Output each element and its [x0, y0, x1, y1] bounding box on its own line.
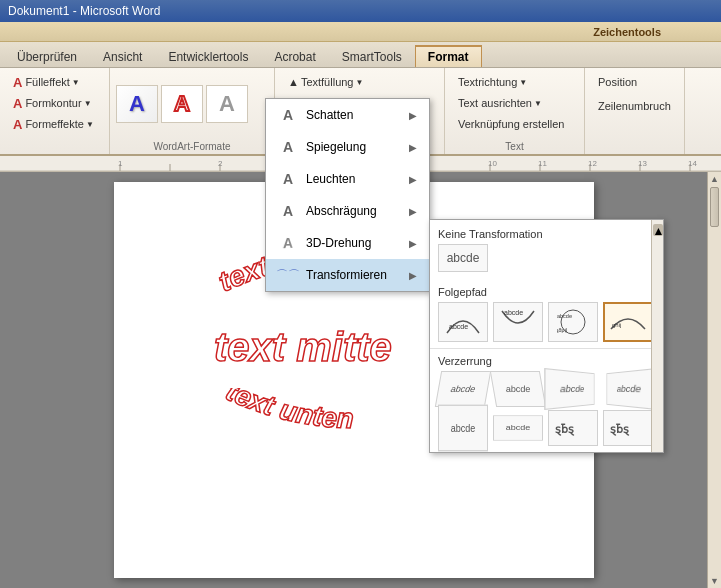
transform-sym2[interactable]: ȿƀȿ [603, 410, 653, 446]
svg-text:ghij: ghij [612, 322, 621, 328]
verzerrung-label: Verzerrung [438, 355, 655, 367]
zeichentools-strip: Zeichentools [0, 22, 721, 42]
title-bar-text: Dokument1 - Microsoft Word [8, 4, 161, 18]
svg-text:11: 11 [538, 159, 547, 168]
btn-text-ausrichten[interactable]: Text ausrichten ▼ [451, 93, 549, 113]
svg-text:ȿƀȿ: ȿƀȿ [610, 423, 630, 436]
svg-text:1: 1 [118, 159, 123, 168]
btn-textfuellung[interactable]: ▲ Textfüllung ▼ [281, 72, 370, 92]
app-window: Dokument1 - Microsoft Word Zeichentools … [0, 0, 721, 588]
tab-ansicht[interactable]: Ansicht [90, 45, 155, 67]
svg-text:abcde: abcde [557, 313, 572, 319]
scrollbar-up-arrow[interactable]: ▲ [653, 224, 663, 236]
transform-slant2[interactable]: abcde [490, 371, 546, 407]
no-transform-label: Keine Transformation [438, 228, 655, 240]
svg-text:text mitte: text mitte [214, 325, 392, 369]
svg-text:13: 13 [638, 159, 647, 168]
transform-arc-selected[interactable]: ghij [603, 302, 653, 342]
dropdown-item-transformieren[interactable]: ⌒⌒ Transformieren ▶ [266, 259, 429, 291]
text-section-label: Text [445, 141, 584, 152]
transform-sym1[interactable]: ȿƀȿ [548, 410, 598, 446]
ribbon-tabs: Überprüfen Ansicht Entwicklertools Acrob… [0, 42, 721, 68]
svg-text:abcde: abcde [449, 323, 468, 330]
btn-zeilenumbruch[interactable]: Zeilenumbruch [591, 96, 678, 116]
btn-position[interactable]: Position [591, 72, 644, 92]
transform-slant1[interactable]: abcde [435, 371, 491, 407]
svg-text:2: 2 [218, 159, 223, 168]
ribbon-group-wordart: A A A WordArt-Formate [110, 68, 275, 154]
svg-text:10: 10 [488, 159, 497, 168]
wordart-sample-2[interactable]: A [161, 85, 203, 123]
ribbon-group-texteffekte: ▲ Textfüllung ▼ A Textkontur ▼ A Texteff… [275, 68, 445, 154]
btn-formeffekte[interactable]: A Formeffekte ▼ [6, 114, 101, 134]
svg-text:abcde: abcde [504, 309, 523, 316]
verzerrung-section: Verzerrung abcde abcde abcde abcde abcde… [430, 349, 663, 452]
ribbon-group-formenformate: A Fülleffekt ▼ A Formkontur ▼ A Formeffe… [0, 68, 110, 154]
folgepfad-label: Folgepfad [438, 286, 655, 298]
btn-verknuepfung[interactable]: Verknüpfung erstellen [451, 114, 571, 134]
dropdown-item-abschraegung[interactable]: A Abschrägung ▶ [266, 195, 429, 227]
texteffekte-dropdown: A Schatten ▶ A Spiegelung ▶ A Leuchten ▶… [265, 98, 430, 292]
3ddrehung-icon: A [277, 232, 297, 254]
scroll-up-btn[interactable]: ▲ [708, 172, 721, 186]
dropdown-item-leuchten[interactable]: A Leuchten ▶ [266, 163, 429, 195]
svg-text:12: 12 [588, 159, 597, 168]
svg-text:ȿƀȿ: ȿƀȿ [555, 423, 575, 436]
scroll-down-btn[interactable]: ▼ [708, 574, 721, 588]
wordart-sample-1[interactable]: A [116, 85, 158, 123]
tab-smarttools[interactable]: SmartTools [329, 45, 415, 67]
svg-text:fghij: fghij [557, 328, 567, 334]
tab-format[interactable]: Format [415, 45, 482, 67]
tab-acrobat[interactable]: Acrobat [261, 45, 328, 67]
transformieren-icon: ⌒⌒ [278, 265, 298, 285]
leuchten-icon: A [278, 169, 298, 189]
btn-fuelleffekt[interactable]: A Fülleffekt ▼ [6, 72, 87, 92]
btn-textrichtung[interactable]: Textrichtung ▼ [451, 72, 534, 92]
scrollbar-thumb[interactable] [710, 187, 719, 227]
transform-arc-down[interactable]: abcde [493, 302, 543, 342]
submenu-scrollbar[interactable]: ▲ [651, 220, 663, 452]
transform-v2[interactable]: abcde [493, 415, 543, 440]
dropdown-item-3ddrehung[interactable]: A 3D-Drehung ▶ [266, 227, 429, 259]
wordart-sample-3[interactable]: A [206, 85, 248, 123]
svg-text:14: 14 [688, 159, 697, 168]
transform-circle[interactable]: abcde fghij [548, 302, 598, 342]
tab-uberprüfen[interactable]: Überprüfen [4, 45, 90, 67]
folgepfad-section: Folgepfad abcde [430, 280, 663, 349]
tab-entwicklertools[interactable]: Entwicklertools [155, 45, 261, 67]
no-transform-section: Keine Transformation abcde [430, 220, 663, 280]
schatten-icon: A [278, 105, 298, 125]
transform-slant3[interactable]: abcde [544, 368, 594, 410]
vertical-scrollbar[interactable]: ▲ ▼ [707, 172, 721, 588]
abschraegung-icon: A [278, 201, 298, 221]
transform-v1[interactable]: abcde [438, 405, 488, 452]
btn-formkontur[interactable]: A Formkontur ▼ [6, 93, 99, 113]
title-bar: Dokument1 - Microsoft Word [0, 0, 721, 22]
transform-arc-up[interactable]: abcde [438, 302, 488, 342]
transform-slant4[interactable]: abcde [606, 368, 656, 410]
svg-text:text unten: text unten [221, 388, 354, 434]
zeichentools-label: Zeichentools [593, 26, 661, 38]
ribbon-group-anordnen: Position Zeilenumbruch [585, 68, 685, 154]
ribbon: A Fülleffekt ▼ A Formkontur ▼ A Formeffe… [0, 68, 721, 156]
dropdown-item-spiegelung[interactable]: A Spiegelung ▶ [266, 131, 429, 163]
transformieren-submenu: Keine Transformation abcde Folgepfad [429, 219, 664, 453]
spiegelung-icon: A [278, 137, 298, 157]
transform-none[interactable]: abcde [438, 244, 488, 272]
ribbon-group-text: Textrichtung ▼ Text ausrichten ▼ Verknüp… [445, 68, 585, 154]
dropdown-item-schatten[interactable]: A Schatten ▶ [266, 99, 429, 131]
